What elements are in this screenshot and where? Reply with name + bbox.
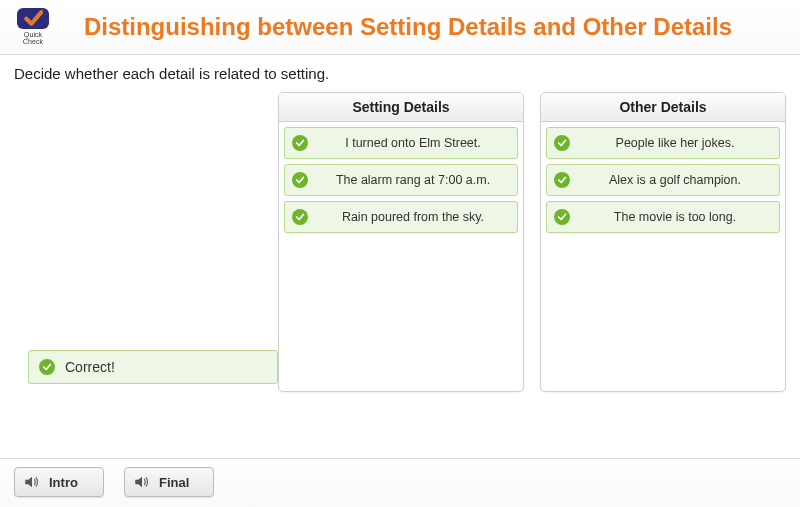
page-title: Distinguishing between Setting Details a… [70,13,786,41]
check-icon [554,172,570,188]
bin-header: Setting Details [279,93,523,122]
final-audio-button[interactable]: Final [124,467,214,497]
app-logo-text: Quick Check [23,31,43,46]
bin-body: I turned onto Elm Street. The alarm rang… [279,122,523,238]
list-item[interactable]: People like her jokes. [546,127,780,159]
quickcheck-badge-icon [17,8,49,29]
feedback-banner: Correct! [28,350,278,384]
speaker-icon [133,473,151,491]
item-text: The movie is too long. [614,210,736,224]
list-item[interactable]: The movie is too long. [546,201,780,233]
button-label: Final [159,475,189,490]
item-text: Rain poured from the sky. [342,210,484,224]
bin-body: People like her jokes. Alex is a golf ch… [541,122,785,238]
page-root: Quick Check Distinguishing between Setti… [0,0,800,507]
item-text: I turned onto Elm Street. [345,136,481,150]
check-icon [554,135,570,151]
speaker-icon [23,473,41,491]
check-icon [292,135,308,151]
bins-container: Setting Details I turned onto Elm Street… [14,92,786,392]
item-text: Alex is a golf champion. [609,173,741,187]
instruction-text: Decide whether each detail is related to… [14,65,786,82]
feedback-area: Correct! [28,350,278,384]
list-item[interactable]: Alex is a golf champion. [546,164,780,196]
check-icon [554,209,570,225]
check-icon [292,172,308,188]
item-text: The alarm rang at 7:00 a.m. [336,173,490,187]
button-label: Intro [49,475,78,490]
feedback-text: Correct! [65,359,115,375]
main-body: Decide whether each detail is related to… [0,55,800,458]
footer: Intro Final [0,458,800,507]
item-text: People like her jokes. [616,136,735,150]
bin-header: Other Details [541,93,785,122]
header: Quick Check Distinguishing between Setti… [0,0,800,55]
app-logo: Quick Check [14,8,52,46]
main-area: Setting Details I turned onto Elm Street… [14,92,786,450]
list-item[interactable]: Rain poured from the sky. [284,201,518,233]
bin-other-details[interactable]: Other Details People like her jokes. Ale… [540,92,786,392]
list-item[interactable]: The alarm rang at 7:00 a.m. [284,164,518,196]
check-icon [39,359,55,375]
intro-audio-button[interactable]: Intro [14,467,104,497]
list-item[interactable]: I turned onto Elm Street. [284,127,518,159]
check-icon [292,209,308,225]
bin-setting-details[interactable]: Setting Details I turned onto Elm Street… [278,92,524,392]
